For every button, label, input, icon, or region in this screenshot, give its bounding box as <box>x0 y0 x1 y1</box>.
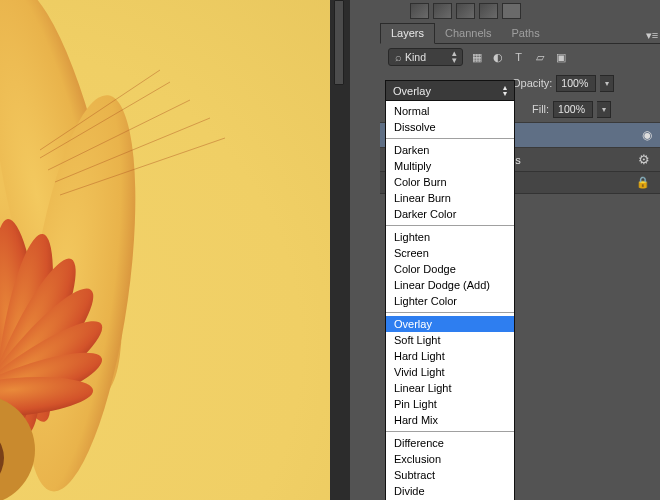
preset-icon[interactable] <box>456 3 475 19</box>
blend-mode-option[interactable]: Color Burn <box>386 174 514 190</box>
blend-mode-option[interactable]: Difference <box>386 435 514 451</box>
blend-mode-option[interactable]: Hard Mix <box>386 412 514 428</box>
scrollbar-thumb[interactable] <box>334 0 344 85</box>
blend-mode-option[interactable]: Linear Burn <box>386 190 514 206</box>
blend-mode-option[interactable]: Vivid Light <box>386 364 514 380</box>
blend-mode-selected-label: Overlay <box>393 85 431 97</box>
tab-channels[interactable]: Channels <box>435 24 501 43</box>
layer-filter-row: ⌕ Kind ▴▾ ▦ ◐ T ▱ ▣ <box>380 44 660 70</box>
tab-layers[interactable]: Layers <box>380 23 435 44</box>
filter-adjust-icon[interactable]: ◐ <box>490 50 505 65</box>
filter-shape-icon[interactable]: ▱ <box>532 50 547 65</box>
fill-caret[interactable]: ▾ <box>597 101 611 118</box>
tab-paths[interactable]: Paths <box>502 24 550 43</box>
filter-pixel-icon[interactable]: ▦ <box>469 50 484 65</box>
preset-icon[interactable] <box>433 3 452 19</box>
filter-smart-icon[interactable]: ▣ <box>553 50 568 65</box>
opacity-value[interactable]: 100% <box>556 75 596 92</box>
blend-mode-option[interactable]: Divide <box>386 483 514 499</box>
preset-icon[interactable] <box>502 3 521 19</box>
blend-mode-option[interactable]: Soft Light <box>386 332 514 348</box>
filter-kind-dropdown[interactable]: ⌕ Kind ▴▾ <box>388 48 463 66</box>
fill-value[interactable]: 100% <box>553 101 593 118</box>
visibility-eye-icon[interactable]: ◉ <box>642 128 652 142</box>
preset-icon[interactable] <box>479 3 498 19</box>
options-icon-row <box>380 0 660 22</box>
blend-mode-option[interactable]: Dissolve <box>386 119 514 135</box>
blend-mode-option[interactable]: Screen <box>386 245 514 261</box>
dropdown-separator <box>386 138 514 139</box>
blend-mode-dropdown[interactable]: Overlay ▴▾ NormalDissolveDarkenMultiplyC… <box>385 80 515 500</box>
panel-menu-icon[interactable]: ▾≡ <box>644 27 660 43</box>
blend-mode-option[interactable]: Linear Dodge (Add) <box>386 277 514 293</box>
document-canvas[interactable] <box>0 0 330 500</box>
blend-mode-option[interactable]: Linear Light <box>386 380 514 396</box>
filter-kind-label: Kind <box>405 51 426 63</box>
blend-mode-selected[interactable]: Overlay ▴▾ <box>386 81 514 101</box>
fill-label: Fill: <box>532 103 549 115</box>
filter-type-icon[interactable]: T <box>511 50 526 65</box>
blend-mode-option[interactable]: Subtract <box>386 467 514 483</box>
opacity-label: Opacity: <box>512 77 552 89</box>
blend-mode-option[interactable]: Darker Color <box>386 206 514 222</box>
blend-mode-option[interactable]: Normal <box>386 103 514 119</box>
blend-mode-option[interactable]: Color Dodge <box>386 261 514 277</box>
blend-mode-option[interactable]: Pin Light <box>386 396 514 412</box>
blend-mode-option[interactable]: Lighter Color <box>386 293 514 309</box>
blend-mode-option[interactable]: Overlay <box>386 316 514 332</box>
blend-mode-option[interactable]: Multiply <box>386 158 514 174</box>
dropdown-separator <box>386 431 514 432</box>
blend-mode-option[interactable]: Hard Light <box>386 348 514 364</box>
blend-mode-option[interactable]: Exclusion <box>386 451 514 467</box>
blend-mode-option[interactable]: Darken <box>386 142 514 158</box>
dropdown-separator <box>386 312 514 313</box>
lock-icon[interactable]: 🔒 <box>636 176 650 189</box>
dropdown-separator <box>386 225 514 226</box>
panel-tabs: Layers Channels Paths ▾≡ <box>380 22 660 44</box>
blend-mode-option[interactable]: Lighten <box>386 229 514 245</box>
opacity-caret[interactable]: ▾ <box>600 75 614 92</box>
flower-image <box>0 0 330 500</box>
blend-mode-list: NormalDissolveDarkenMultiplyColor BurnLi… <box>386 101 514 500</box>
preset-icon[interactable] <box>410 3 429 19</box>
filter-options-icon[interactable]: ⚙ <box>638 152 650 167</box>
